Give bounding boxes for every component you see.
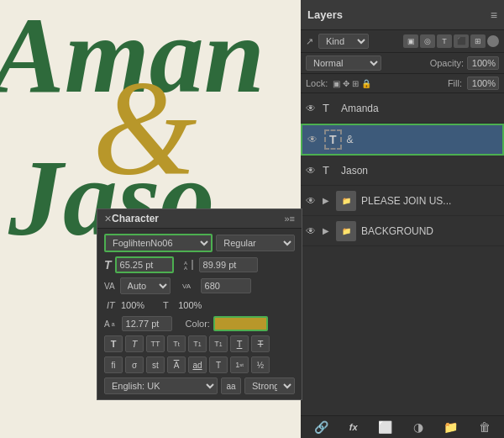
type-icon-jason: T	[323, 164, 336, 177]
svg-text:A: A	[184, 266, 187, 271]
layer-item-please-join[interactable]: 👁 ▶ 📁 PLEASE JOIN US...	[301, 186, 504, 216]
layers-list: 👁 T Amanda 👁 T & 👁 T Jason 👁 ▶ 📁 PLEASE …	[301, 93, 504, 415]
layers-panel: Layers ≡ ↗ Kind ▣ ◎ T ⬛ ⊞ Normal Opacity…	[301, 0, 504, 438]
visibility-icon-please-join[interactable]: 👁	[306, 195, 318, 207]
language-row: English: UK aa Strong	[104, 377, 295, 394]
layer-item-background[interactable]: 👁 ▶ 📁 BACKGROUND	[301, 216, 504, 246]
visibility-icon-jason[interactable]: 👁	[306, 165, 318, 177]
svg-text:T: T	[163, 300, 169, 310]
style-btn-underline[interactable]: T	[230, 335, 249, 352]
character-panel-body: FoglihtenNo06 Regular T AA VA Auto VA	[97, 229, 302, 399]
style-btn-subscript[interactable]: T1	[209, 335, 228, 352]
glyph-btn-sigma[interactable]: σ	[125, 356, 144, 373]
lock-row: Lock: ▣ ✥ ⊞ 🔒 Fill:	[301, 74, 504, 93]
layer-name-please-join: PLEASE JOIN US...	[361, 195, 499, 207]
character-panel-options[interactable]: ≡	[290, 214, 295, 224]
character-panel-close[interactable]: ✕	[104, 214, 112, 224]
glyph-btn-T-ordinal[interactable]: T	[209, 356, 228, 373]
layer-name-jason: Jason	[341, 165, 499, 177]
font-size-input[interactable]	[115, 256, 174, 273]
style-btn-strikethrough[interactable]: T	[251, 335, 270, 352]
group-icon[interactable]: 📁	[444, 420, 458, 434]
mask-icon[interactable]: ⬜	[378, 420, 392, 434]
kern-row: VA Auto VA	[104, 277, 295, 294]
filter-toggle-icon[interactable]	[487, 35, 499, 47]
type-icon-amanda: T	[323, 102, 336, 114]
adjustment-icon[interactable]: ◑	[413, 420, 423, 434]
expand-icon-please-join[interactable]: ▶	[323, 196, 331, 205]
visibility-icon-background[interactable]: 👁	[306, 225, 318, 237]
opacity-label: Opacity:	[430, 58, 464, 68]
expand-icon-background[interactable]: ▶	[323, 226, 331, 235]
leading-label: AA	[182, 258, 196, 272]
glyph-btn-fi[interactable]: fi	[104, 356, 123, 373]
glyph-btn-A-strikeover[interactable]: A	[167, 356, 186, 373]
link-icon[interactable]: 🔗	[314, 420, 328, 434]
style-btn-italic[interactable]: T	[125, 335, 144, 352]
size-label: T	[104, 258, 112, 272]
style-btn-bold[interactable]: T	[104, 335, 123, 352]
style-btn-superscript[interactable]: T1	[188, 335, 207, 352]
filter-adjust-icon[interactable]: ◎	[420, 34, 435, 48]
lock-pixel-icon[interactable]: ▣	[333, 79, 340, 88]
layer-item-amanda[interactable]: 👁 T Amanda	[301, 93, 504, 124]
character-panel-header: ✕ Character » ≡	[97, 209, 302, 229]
style-buttons-row: T T TT Tt T1 T1 T T	[104, 335, 295, 352]
filter-pixel-icon[interactable]: ▣	[403, 34, 418, 48]
layer-item-ampersand[interactable]: 👁 T &	[301, 124, 504, 156]
layer-item-jason[interactable]: 👁 T Jason	[301, 156, 504, 186]
glyph-btn-1st[interactable]: 1st	[230, 356, 249, 373]
filter-smart-icon[interactable]: ⊞	[470, 34, 486, 48]
size-row: T AA	[104, 256, 295, 273]
aa-toggle[interactable]: aa	[221, 377, 241, 394]
baseline-label: Aa	[104, 319, 115, 329]
svg-text:IT: IT	[107, 300, 116, 310]
fill-label: Fill:	[448, 78, 462, 88]
kerning-select[interactable]: Auto	[120, 277, 171, 294]
tracking-label: VA	[182, 280, 196, 292]
leading-input[interactable]	[199, 257, 258, 272]
layers-menu-icon[interactable]: ≡	[491, 8, 497, 22]
layers-kind-toolbar: ↗ Kind ▣ ◎ T ⬛ ⊞	[301, 30, 504, 53]
glyph-btn-ad[interactable]: ad	[188, 356, 207, 373]
character-panel: ✕ Character » ≡ FoglihtenNo06 Regular T …	[97, 208, 302, 400]
lock-position-icon[interactable]: ✥	[343, 79, 349, 88]
fill-input[interactable]	[467, 77, 499, 90]
fx-icon[interactable]: fx	[349, 422, 358, 432]
style-btn-smallcaps[interactable]: Tt	[167, 335, 186, 352]
font-style-select[interactable]: Regular	[216, 235, 295, 251]
folder-icon-please-join: 📁	[336, 191, 356, 211]
layers-title: Layers	[307, 8, 343, 21]
v-scale-label: IT	[104, 298, 118, 312]
glyph-btn-fraction[interactable]: ½	[251, 356, 270, 373]
scale-row: IT 100% T 100%	[104, 298, 295, 312]
style-btn-allcaps[interactable]: TT	[146, 335, 165, 352]
language-select[interactable]: English: UK	[104, 377, 218, 394]
blend-row: Normal Opacity:	[301, 53, 504, 74]
font-row: FoglihtenNo06 Regular	[104, 234, 295, 252]
visibility-icon-ampersand[interactable]: 👁	[307, 134, 319, 145]
kind-label: ↗	[306, 36, 313, 47]
color-swatch[interactable]	[213, 316, 268, 331]
baseline-input[interactable]	[122, 316, 172, 331]
h-scale-label: T	[161, 298, 175, 312]
lock-label: Lock:	[306, 78, 328, 88]
glyph-btn-st[interactable]: st	[146, 356, 165, 373]
folder-icon-background: 📁	[336, 221, 356, 241]
lock-artboard-icon[interactable]: ⊞	[352, 79, 359, 88]
kind-select[interactable]: Kind	[318, 34, 369, 49]
lock-all-icon[interactable]: 🔒	[361, 79, 371, 88]
filter-shape-icon[interactable]: ⬛	[454, 34, 469, 48]
tracking-input[interactable]	[201, 278, 251, 293]
opacity-input[interactable]	[467, 56, 499, 70]
font-family-select[interactable]: FoglihtenNo06	[104, 234, 213, 252]
blend-mode-select[interactable]: Normal	[306, 55, 381, 71]
type-icon-ampersand: T	[324, 129, 342, 150]
visibility-icon-amanda[interactable]: 👁	[306, 103, 318, 114]
layer-name-background: BACKGROUND	[361, 225, 499, 237]
delete-icon[interactable]: 🗑	[479, 420, 491, 434]
aa-select[interactable]: Strong	[244, 377, 295, 394]
layer-name-amanda: Amanda	[341, 103, 499, 114]
filter-type-icon[interactable]: T	[437, 34, 452, 48]
layers-bottom-bar: 🔗 fx ⬜ ◑ 📁 🗑	[301, 415, 504, 438]
